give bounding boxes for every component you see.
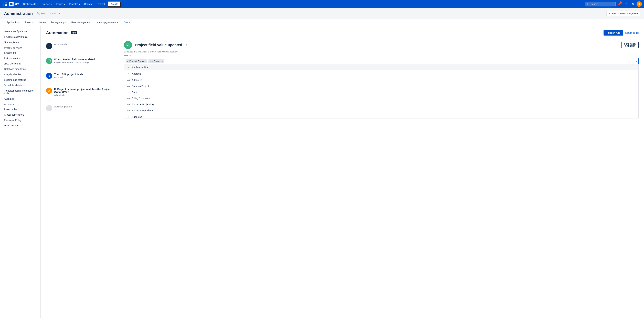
field-tag-close-budget[interactable]: × (162, 60, 163, 62)
svg-rect-2 (6, 2, 7, 3)
sidebar-item-user-sessions[interactable]: User sessions (0, 123, 40, 128)
sidebar-item-password-policy[interactable]: Password Policy (0, 117, 40, 123)
help-button[interactable]: ❓ (623, 1, 629, 7)
sidebar: General configuration Find more admin to… (0, 26, 41, 318)
publish-rule-button[interactable]: Publish rule (604, 30, 623, 35)
dropdown-lines-icon-0: ≡ (127, 66, 130, 69)
new-badge: NEW (70, 31, 78, 34)
field-tag-product-status: ✔ Product Status × (126, 59, 147, 63)
dropdown-item-bitbucket-project-key[interactable]: Aa Bitbucket Project Key (124, 101, 638, 107)
then-step-header[interactable]: Then: Edit project fields Approval (46, 71, 110, 81)
sidebar-item-jmx-monitoring[interactable]: JMX Monitoring (0, 61, 40, 66)
sec-nav-system[interactable]: System (121, 19, 135, 26)
field-tag-check-icon: ✔ (127, 60, 129, 62)
sidebar-item-troubleshooting[interactable]: Troubleshooting and support tools (0, 88, 40, 96)
fields-dropdown: ≡ Applicable SLA ✔ Approval Aa Artifact … (124, 64, 638, 118)
create-button[interactable]: Create (108, 1, 121, 7)
dropdown-item-bitbucket-repository[interactable]: Aa Bitbucket repository (124, 107, 638, 114)
content-area: Automation NEW Publish rule Return to li… (41, 26, 644, 318)
dropdown-label-7: Bitbucket repository (132, 109, 153, 112)
sidebar-item-project-roles[interactable]: Project roles (0, 107, 40, 112)
sec-nav-applications[interactable]: Applications (4, 19, 22, 26)
sidebar-item-global-permissions[interactable]: Global permissions (0, 112, 40, 117)
sidebar-item-database-monitoring[interactable]: Database monitoring (0, 66, 40, 72)
dropdown-item-approval[interactable]: ✔ Approval (124, 70, 638, 77)
trigger-icon (124, 41, 132, 49)
automation-header: Automation NEW Publish rule Return to li… (46, 30, 638, 35)
settings-button[interactable]: ⚙ (630, 1, 636, 7)
sec-nav-user-management[interactable]: User management (68, 19, 93, 26)
when-title: When: Project field value updated (54, 58, 110, 61)
dropdown-item-artifact-id[interactable]: Aa Artifact ID (124, 77, 638, 83)
nav-eazybi[interactable]: eazyBI (96, 2, 107, 6)
nav-projects[interactable]: Projects ▾ (40, 2, 54, 6)
sidebar-item-audit-log[interactable]: Audit Log (0, 96, 40, 101)
automation-actions: Publish rule Return to list (604, 30, 638, 35)
sidebar-item-integrity-checker[interactable]: Integrity checker (0, 72, 40, 77)
automation-title: Automation (46, 30, 68, 35)
sidebar-item-instrumentation[interactable]: Instrumentation (0, 55, 40, 61)
add-component-icon: + (46, 105, 52, 111)
return-to-list-button[interactable]: Return to list (625, 30, 638, 35)
dropdown-aa-icon-5: Aa (127, 97, 130, 99)
grid-icon[interactable] (2, 1, 8, 7)
select-chevron-icon[interactable]: ▾ (636, 60, 637, 63)
notification-badge: 1 (620, 1, 622, 4)
sidebar-item-find-more-admin-tools[interactable]: Find more admin tools (0, 34, 40, 40)
rule-details-header[interactable]: ℹ Rule details (46, 41, 110, 51)
nav-profields[interactable]: Profields ▾ (68, 2, 82, 6)
fields-select[interactable]: ✔ Product Status × 123 Budget × ▾ (124, 58, 638, 64)
sec-nav-issues[interactable]: Issues (36, 19, 48, 26)
sec-nav-upgrade-report[interactable]: Latest upgrade report (93, 19, 122, 26)
rule-step-if: If: Project or issue project matches the… (46, 86, 110, 103)
dropdown-check-icon-1: ✔ (127, 72, 130, 75)
dropdown-item-budgeted[interactable]: ✔ Budgeted (124, 114, 638, 118)
edit-icon[interactable]: ✎ (186, 44, 188, 46)
back-to-project-button[interactable]: ↩ Back to project: Integration (606, 11, 640, 16)
search-wrap[interactable]: 🔍 (585, 2, 616, 6)
third-party-badge[interactable]: THIRD PARTYEXTENSION (622, 42, 638, 48)
sidebar-item-logging-profiling[interactable]: Logging and profiling (0, 77, 40, 83)
sidebar-section-security: SECURITY (0, 101, 40, 107)
admin-header: Administration 🔍 Search Jira admin ↩ Bac… (0, 8, 644, 19)
admin-search[interactable]: 🔍 Search Jira admin (37, 12, 60, 15)
when-step-header[interactable]: When: Project field value updated Projec… (46, 56, 110, 66)
jira-logo[interactable]: Jira (9, 2, 19, 6)
sec-nav-projects[interactable]: Projects (22, 19, 36, 26)
dropdown-item-bamboo-project[interactable]: Aa Bamboo Project (124, 83, 638, 89)
sidebar-item-system-info[interactable]: System info (0, 50, 40, 55)
svg-rect-0 (4, 2, 4, 3)
if-step-header[interactable]: If: Project or issue project matches the… (46, 86, 110, 98)
if-sub: All projects (54, 94, 110, 96)
add-component-label: Add component (54, 105, 110, 108)
dropdown-aa-icon-7: Aa (127, 109, 130, 112)
svg-rect-4 (5, 4, 6, 4)
trigger-title: Project field value updated (135, 43, 182, 47)
svg-point-10 (126, 43, 130, 47)
rule-step-when: When: Project field value updated Projec… (46, 56, 110, 71)
avatar[interactable]: J (636, 1, 642, 7)
trigger-description: Executes this rule when a project field … (124, 50, 638, 53)
notification-wrap: 📣 1 (616, 1, 622, 7)
nav-issues[interactable]: Issues ▾ (55, 2, 67, 6)
dropdown-item-applicable-sla[interactable]: ≡ Applicable SLA (124, 64, 638, 70)
add-component-header[interactable]: + Add component (46, 103, 110, 113)
nav-dashboards[interactable]: Dashboards ▾ (21, 2, 40, 6)
connector-4 (49, 98, 50, 102)
sidebar-item-scheduler-details[interactable]: Scheduler details (0, 83, 40, 88)
search-input[interactable] (585, 2, 616, 6)
dropdown-label-0: Applicable SLA (132, 66, 148, 69)
sidebar-item-jira-mobile-app[interactable]: Jira mobile app (0, 40, 40, 45)
field-tag-close-product-status[interactable]: × (145, 60, 146, 62)
sec-nav-manage-apps[interactable]: Manage apps (48, 19, 68, 26)
trigger-detail: Project field value updated ✎ THIRD PART… (124, 41, 638, 118)
dropdown-item-billing-comments[interactable]: Aa Billing Comments (124, 95, 638, 101)
dropdown-item-barrio[interactable]: ≡ Barrio (124, 89, 638, 95)
when-sub: Project field: Product Status, Budget (54, 61, 110, 64)
secondary-navigation: Applications Projects Issues Manage apps… (0, 19, 644, 26)
dropdown-aa-icon-3: Aa (127, 85, 130, 87)
sidebar-item-general-configuration[interactable]: General configuration (0, 29, 40, 34)
nav-boards[interactable]: Boards ▾ (82, 2, 95, 6)
dropdown-aa-icon-2: Aa (127, 79, 130, 81)
svg-point-9 (48, 59, 50, 62)
